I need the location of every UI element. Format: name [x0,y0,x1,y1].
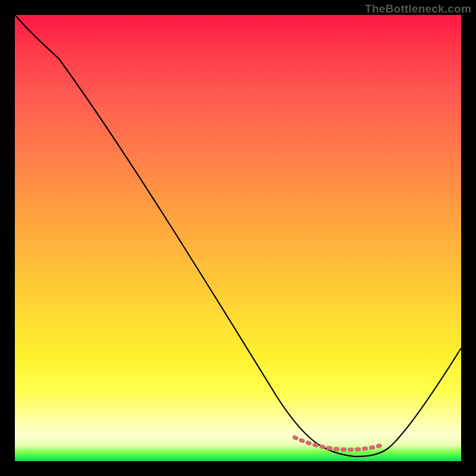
bottom-indicator [295,437,384,450]
chart-svg [15,15,461,461]
chart-frame: TheBottleneck.com [0,0,476,476]
bottleneck-curve [15,15,461,456]
gradient-plot-area [15,15,461,461]
attribution-label: TheBottleneck.com [365,2,471,15]
